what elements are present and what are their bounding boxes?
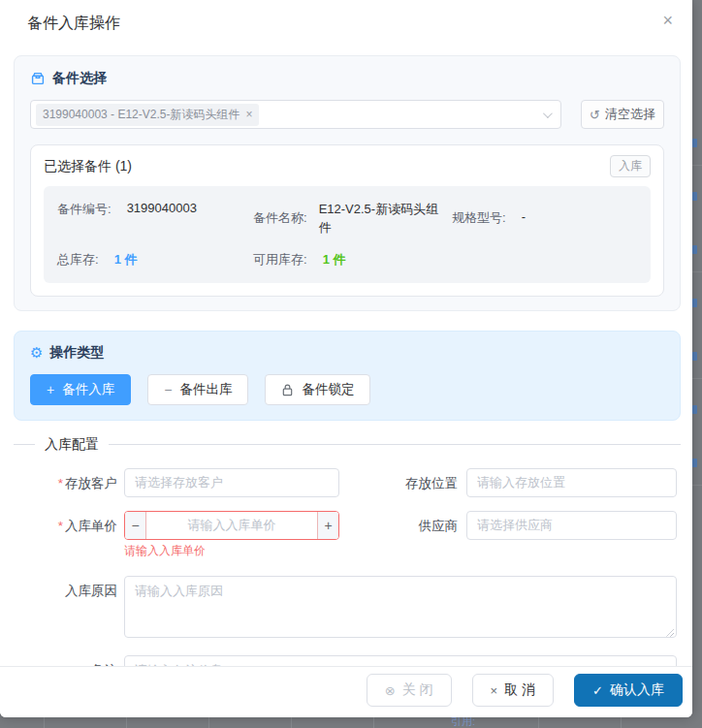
selected-parts-header: 已选择备件 (1) 入库	[44, 155, 651, 186]
tag-remove-icon[interactable]: ×	[245, 109, 252, 120]
reason-textarea[interactable]	[124, 576, 677, 638]
close-button-label: 关 闭	[402, 681, 433, 699]
location-control	[466, 468, 677, 497]
dimmed-background-bottom: 引用:	[0, 717, 702, 728]
supplier-select[interactable]	[466, 511, 677, 540]
avail-stock-field: 可用库存: 1 件	[253, 251, 452, 269]
chevron-down-icon	[543, 109, 553, 118]
selected-parts-panel: 已选择备件 (1) 入库 备件编号: 3199040003 备件名称: E12-…	[30, 144, 664, 297]
background-fragment	[692, 192, 697, 201]
part-select[interactable]: 3199040003 - E12-V2.5-新读码头组件 ×	[30, 100, 561, 129]
price-error-message: 请输入入库单价	[124, 543, 677, 559]
spec-field: 规格型号: -	[452, 201, 526, 227]
inbound-config-divider: 入库配置	[14, 435, 681, 455]
background-line	[692, 485, 702, 486]
inbound-badge: 入库	[610, 155, 651, 177]
dialog-title: 备件入库操作	[27, 15, 120, 31]
selected-part-tag: 3199040003 - E12-V2.5-新读码头组件 ×	[36, 104, 259, 126]
gear-icon: ⚙	[30, 345, 43, 360]
avail-stock-label: 可用库存:	[253, 251, 307, 269]
background-line	[126, 717, 127, 728]
background-fragment	[692, 352, 697, 361]
total-stock-field: 总库存: 1 件	[57, 251, 253, 269]
price-control: − +	[124, 511, 339, 540]
location-field: 存放位置	[339, 468, 677, 497]
required-mark: *	[58, 476, 63, 491]
operation-type-title: 操作类型	[49, 344, 104, 362]
reason-label: 入库原因	[10, 576, 124, 600]
plus-icon: +	[47, 383, 54, 396]
stepper-minus-button[interactable]: −	[125, 512, 146, 539]
customer-field: *存放客户	[10, 468, 339, 497]
location-label: 存放位置	[339, 468, 466, 492]
form-row-1: *存放客户 存放位置	[10, 468, 677, 497]
divider-line	[109, 444, 681, 445]
part-no-label: 备件编号:	[57, 201, 112, 218]
avail-stock-value: 1 件	[323, 251, 346, 269]
background-fragment	[692, 459, 697, 467]
part-name-field: 备件名称: E12-V2.5-新读码头组件	[253, 201, 452, 237]
required-mark: *	[58, 519, 63, 533]
background-line	[692, 165, 702, 166]
form-row-3: 入库原因	[10, 576, 677, 642]
price-field: *入库单价 − +	[10, 511, 339, 540]
op-outbound-button[interactable]: − 备件出库	[147, 374, 248, 405]
supplier-label: 供应商	[339, 511, 466, 535]
background-fragment	[692, 139, 697, 147]
price-input[interactable]	[146, 512, 317, 539]
op-lock-label: 备件锁定	[302, 381, 354, 398]
price-label: *入库单价	[10, 511, 124, 535]
box-icon	[30, 71, 46, 86]
background-fragment	[692, 299, 697, 307]
part-selection-header: 备件选择	[30, 70, 664, 87]
price-stepper: − +	[124, 511, 339, 540]
op-inbound-button[interactable]: + 备件入库	[30, 374, 131, 405]
warehousing-dialog: 备件入库操作 × 备件选择 3199040003 - E12-V2.5-新读码头…	[0, 0, 692, 717]
background-line	[373, 717, 374, 728]
stepper-plus-button[interactable]: +	[317, 512, 338, 539]
part-no-field: 备件编号: 3199040003	[57, 201, 253, 218]
op-lock-button[interactable]: 备件锁定	[265, 374, 370, 405]
spec-value: -	[522, 201, 526, 224]
reason-control	[124, 576, 677, 642]
background-line	[538, 717, 539, 728]
clear-selection-label: 清空选择	[605, 106, 655, 123]
form-row-2: *入库单价 − + 供应商	[10, 511, 677, 540]
part-name-value: E12-V2.5-新读码头组件	[319, 201, 450, 237]
part-detail-row: 备件编号: 3199040003 备件名称: E12-V2.5-新读码头组件 规…	[57, 201, 637, 237]
clear-selection-button[interactable]: ↺ 清空选择	[581, 100, 664, 129]
background-line	[291, 717, 292, 728]
customer-control	[124, 468, 339, 497]
supplier-field: 供应商	[339, 511, 677, 540]
reason-field: 入库原因	[10, 576, 677, 642]
confirm-inbound-button[interactable]: ✓ 确认入库	[574, 674, 683, 707]
dialog-header: 备件入库操作 ×	[0, 0, 692, 43]
part-stock-row: 总库存: 1 件 可用库存: 1 件	[57, 251, 637, 269]
dialog-footer: ⊗ 关 闭 × 取 消 ✓ 确认入库	[0, 666, 692, 717]
selected-parts-title: 已选择备件 (1)	[44, 158, 132, 175]
op-inbound-label: 备件入库	[62, 381, 114, 398]
confirm-button-label: 确认入库	[610, 681, 664, 699]
divider-label: 入库配置	[35, 436, 109, 454]
supplier-control	[466, 511, 677, 540]
location-input[interactable]	[466, 468, 677, 497]
close-icon[interactable]: ×	[658, 10, 677, 31]
close-button[interactable]: ⊗ 关 闭	[367, 674, 452, 707]
screen: 引用: 备件入库操作 × 备件选择 3199040003 - E12-V2.5-…	[0, 0, 702, 728]
part-name-label: 备件名称:	[253, 201, 307, 227]
select-row: 3199040003 - E12-V2.5-新读码头组件 × ↺ 清空选择	[30, 100, 664, 129]
part-detail-card: 备件编号: 3199040003 备件名称: E12-V2.5-新读码头组件 规…	[44, 186, 651, 283]
operation-type-card: ⚙ 操作类型 + 备件入库 − 备件出库 备件锁定	[14, 331, 681, 421]
total-stock-label: 总库存:	[57, 251, 99, 269]
total-stock-value: 1 件	[114, 251, 138, 269]
operation-type-header: ⚙ 操作类型	[30, 344, 664, 362]
background-line	[692, 378, 702, 379]
background-fragment	[692, 405, 697, 414]
cancel-button[interactable]: × 取 消	[472, 674, 554, 707]
lock-icon	[281, 383, 294, 396]
minus-icon: −	[164, 383, 172, 396]
divider-line	[14, 444, 35, 445]
customer-select[interactable]	[124, 468, 339, 497]
x-icon: ×	[491, 684, 498, 697]
part-selection-card: 备件选择 3199040003 - E12-V2.5-新读码头组件 × ↺ 清空…	[14, 55, 681, 311]
